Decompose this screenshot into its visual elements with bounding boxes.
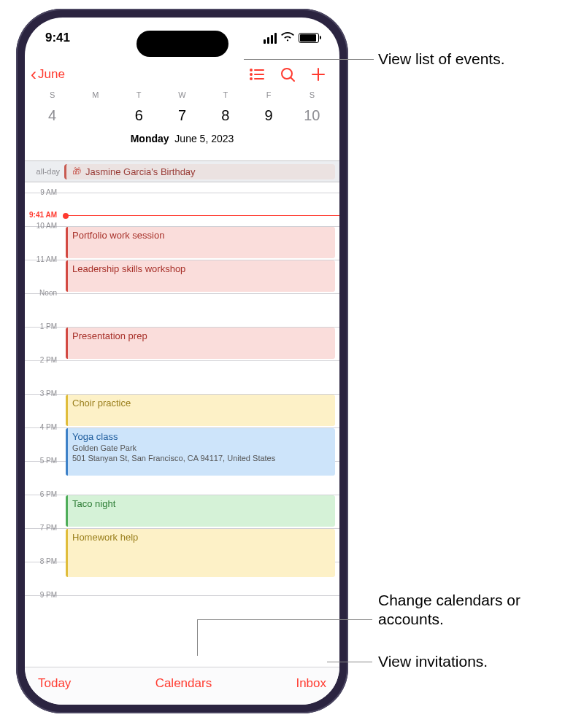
event-yoga[interactable]: Yoga class Golden Gate Park501 Stanyan S…: [66, 428, 335, 476]
hour-label: 4 PM: [25, 423, 61, 431]
inbox-button[interactable]: Inbox: [296, 676, 326, 691]
hour-label: 7 PM: [25, 524, 61, 532]
event-taco[interactable]: Taco night: [66, 495, 335, 527]
list-view-button[interactable]: [242, 58, 272, 90]
callout-leader: [197, 619, 372, 620]
callout-leader: [197, 619, 198, 656]
current-time-label: 9:41 AM: [25, 211, 61, 219]
status-time: 9:41: [45, 31, 70, 45]
svg-point-0: [250, 69, 252, 71]
weekday-letter: T: [204, 90, 247, 99]
day-cell[interactable]: 6: [118, 102, 161, 128]
hour-label: 6 PM: [25, 490, 61, 498]
calendars-button[interactable]: Calendars: [155, 676, 212, 691]
add-event-button[interactable]: [303, 58, 334, 90]
callout-list-events: View list of events.: [378, 50, 505, 69]
week-days: 4 5 6 7 8 9 10: [31, 102, 334, 128]
weekday-letter: M: [74, 90, 117, 99]
selected-date-label: Monday June 5, 2023: [31, 133, 334, 144]
status-right: [264, 31, 319, 45]
nav-bar: ‹ June: [25, 58, 339, 90]
current-time-indicator: [63, 213, 69, 219]
callout-leader: [244, 59, 374, 60]
day-cell[interactable]: 4: [31, 102, 74, 128]
phone-frame: 9:41 ‹ June: [16, 9, 348, 713]
back-button[interactable]: ‹ June: [31, 66, 65, 83]
all-day-event-title: Jasmine Garcia's Birthday: [85, 166, 196, 177]
search-button[interactable]: [272, 58, 303, 90]
event-presentation[interactable]: Presentation prep: [66, 328, 335, 359]
back-label: June: [38, 67, 65, 82]
search-icon: [279, 66, 296, 83]
hour-label: 9 AM: [25, 188, 61, 196]
hour-label: 11 AM: [25, 255, 61, 263]
list-icon: [248, 66, 266, 83]
battery-icon: [299, 33, 319, 43]
day-cell[interactable]: 7: [161, 102, 204, 128]
hour-label: 1 PM: [25, 322, 61, 330]
weekday-letter: S: [291, 90, 334, 99]
hour-label: 5 PM: [25, 457, 61, 465]
bottom-toolbar: Today Calendars Inbox: [25, 667, 339, 705]
day-cell[interactable]: 9: [247, 102, 290, 128]
plus-icon: [310, 66, 327, 83]
hour-label: 8 PM: [25, 557, 61, 565]
hour-label: 10 AM: [25, 222, 61, 230]
hour-label: Noon: [25, 289, 61, 297]
callout-view-invitations: View invitations.: [378, 652, 488, 671]
all-day-row: all-day 🎁︎ Jasmine Garcia's Birthday: [25, 160, 339, 182]
day-cell[interactable]: 10: [291, 102, 334, 128]
cellular-icon: [264, 33, 277, 44]
event-homework[interactable]: Homework help: [66, 529, 335, 577]
event-location: Golden Gate Park501 Stanyan St, San Fran…: [72, 444, 331, 464]
day-cell-selected[interactable]: 5: [74, 102, 117, 128]
phone-screen: 9:41 ‹ June: [25, 18, 339, 705]
callout-change-calendars: Change calendars or accounts.: [378, 591, 565, 630]
hour-label: 3 PM: [25, 390, 61, 398]
gift-icon: 🎁︎: [72, 166, 81, 177]
weekday-letter: T: [118, 90, 161, 99]
wifi-icon: [281, 31, 294, 45]
svg-point-4: [250, 78, 252, 80]
weekday-letter: F: [247, 90, 290, 99]
callout-leader: [327, 662, 372, 662]
day-timeline[interactable]: 9 AM 10 AM 11 AM Noon 1 PM 2 PM 3 PM 4 P…: [25, 182, 339, 667]
phone-notch: [137, 31, 228, 57]
today-button[interactable]: Today: [38, 676, 71, 691]
event-portfolio[interactable]: Portfolio work session: [66, 227, 335, 258]
weekday-letter: S: [31, 90, 74, 99]
day-cell[interactable]: 8: [204, 102, 247, 128]
current-time-line: [66, 215, 339, 216]
hour-label: 2 PM: [25, 356, 61, 364]
event-leadership[interactable]: Leadership skills workshop: [66, 260, 335, 292]
weekday-letters: S M T W T F S: [31, 90, 334, 99]
svg-line-7: [291, 78, 295, 82]
all-day-event[interactable]: 🎁︎ Jasmine Garcia's Birthday: [64, 164, 335, 179]
all-day-label: all-day: [25, 167, 64, 176]
chevron-left-icon: ‹: [31, 66, 36, 83]
svg-point-2: [250, 74, 252, 75]
week-header: S M T W T F S 4 5 6 7 8 9 10 Monday June…: [25, 90, 339, 144]
hour-label: 9 PM: [25, 591, 61, 599]
weekday-letter: W: [161, 90, 204, 99]
event-choir[interactable]: Choir practice: [66, 395, 335, 426]
